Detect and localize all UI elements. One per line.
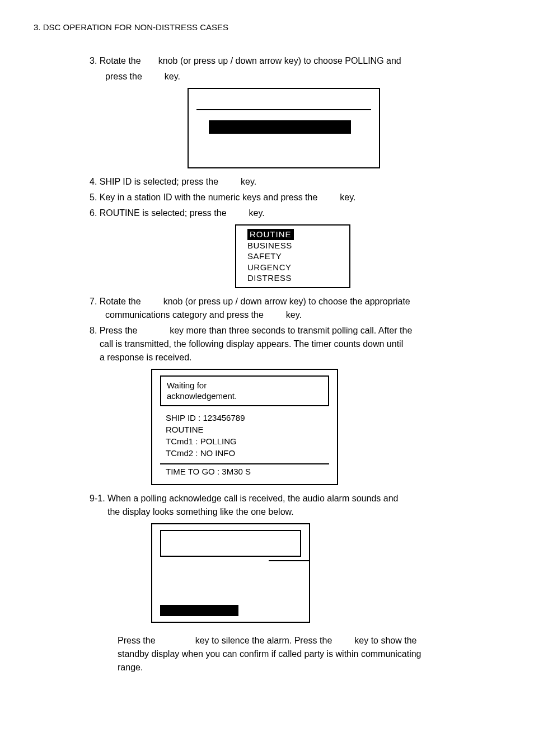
text: knob (or press up / down arrow key) to c…: [163, 297, 410, 306]
menu-routine-selected: ROUTINE: [247, 229, 343, 240]
waiting-header: Waiting for acknowledgement.: [160, 375, 329, 406]
step-3: 3. Rotate the knob (or press up / down a…: [90, 54, 478, 68]
display-polling-menu: [188, 88, 380, 168]
step-5: 5. Key in a station ID with the numeric …: [90, 191, 478, 204]
menu-distress: DISTRESS: [247, 273, 343, 284]
ship-id: SHIP ID : 123456789: [166, 413, 245, 422]
step-9-1: 9-1. When a polling acknowledge call is …: [90, 492, 478, 519]
tcmd1: TCmd1 : POLLING: [166, 436, 237, 446]
highlighted-button: [160, 605, 238, 616]
text: a response is received.: [100, 353, 192, 362]
display-ack-received: [151, 523, 310, 623]
main-content: 3. Rotate the knob (or press up / down a…: [90, 54, 478, 674]
text: 5. Key in a station ID with the numeric …: [90, 192, 317, 202]
step-4: 4. SHIP ID is selected; press the key.: [90, 175, 478, 189]
text: acknowledgement.: [167, 391, 237, 401]
text: key.: [340, 192, 355, 202]
menu-safety: SAFETY: [247, 251, 343, 262]
text: key more than three seconds to transmit …: [170, 326, 412, 335]
highlighted-row: [209, 120, 351, 134]
page-header: 3. DSC OPERATION FOR NON-DISTRESS CASES: [34, 22, 500, 32]
text: key.: [249, 208, 265, 218]
text: 8. Press the: [90, 326, 137, 335]
display-waiting-ack: Waiting for acknowledgement. SHIP ID : 1…: [151, 369, 338, 485]
text: 7. Rotate the: [90, 297, 141, 306]
text: range.: [118, 663, 143, 672]
ack-header-box: [160, 530, 301, 557]
waiting-details: SHIP ID : 123456789 ROUTINE TCmd1 : POLL…: [160, 410, 329, 461]
text: communications category and press the: [105, 310, 264, 320]
text: 3. Rotate the: [90, 56, 141, 65]
category: ROUTINE: [166, 425, 204, 434]
display-category-menu: ROUTINE BUSINESS SAFETY URGENCY DISTRESS: [235, 224, 350, 288]
text: key.: [241, 177, 256, 186]
menu-business: BUSINESS: [247, 240, 343, 251]
text: press the: [105, 72, 142, 81]
tcmd2: TCmd2 : NO INFO: [166, 448, 235, 458]
text: 4. SHIP ID is selected; press the: [90, 177, 218, 186]
divider: [160, 463, 329, 464]
text: Waiting for: [167, 381, 207, 390]
ack-mid-row: [160, 560, 309, 561]
short-divider: [269, 560, 309, 561]
text: knob (or press up / down arrow key) to c…: [158, 56, 401, 65]
step-7: 7. Rotate the knob (or press up / down a…: [90, 295, 478, 322]
time-to-go: TIME TO GO : 3M30 S: [160, 466, 329, 478]
step-3-cont: press the key.: [105, 70, 478, 83]
text: key.: [165, 72, 180, 81]
ack-bottom-row: [160, 605, 301, 616]
menu-urgency: URGENCY: [247, 262, 343, 273]
step-8: 8. Press the key more than three seconds…: [90, 324, 478, 364]
final-paragraph: Press the key to silence the alarm. Pres…: [118, 634, 478, 674]
text: key to silence the alarm. Press the: [195, 636, 332, 645]
text: call is transmitted, the following displ…: [100, 339, 403, 349]
text: the display looks something like the one…: [107, 507, 294, 516]
step-6: 6. ROUTINE is selected; press the key.: [90, 206, 478, 220]
text: standby display when you can confirm if …: [118, 649, 421, 659]
text: Press the: [118, 636, 156, 645]
text: 6. ROUTINE is selected; press the: [90, 208, 227, 218]
text: key.: [286, 310, 302, 320]
text: 9-1. When a polling acknowledge call is …: [90, 494, 398, 503]
text: key to show the: [354, 636, 416, 645]
